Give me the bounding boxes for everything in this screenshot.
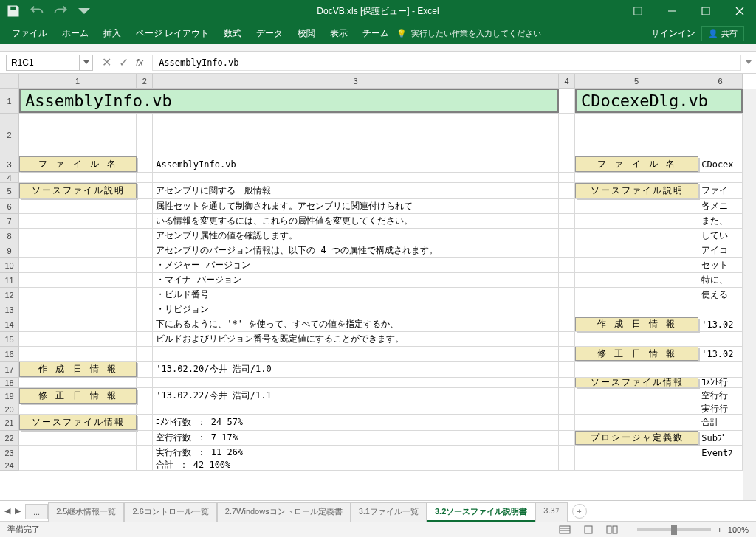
label-srcinfo[interactable]: ソースファイル情報 [19,415,137,430]
row-header[interactable]: 4 [0,173,19,183]
save-icon[interactable] [6,4,21,18]
row-header[interactable]: 7 [0,214,19,229]
tab-formulas[interactable]: 数式 [216,22,249,44]
label-filename-r[interactable]: フ ァ イ ル 名 [575,156,698,172]
view-normal-icon[interactable] [556,523,574,536]
svg-rect-5 [560,526,570,533]
row-header[interactable]: 21 [0,415,19,431]
tab-team[interactable]: チーム [355,22,396,44]
select-all-corner[interactable] [0,74,19,89]
formula-bar: R1C1 ✕ ✓ fx AssemblyInfo.vb [0,52,756,74]
fx-icon[interactable]: fx [136,57,143,68]
row-header[interactable]: 9 [0,243,19,258]
cancel-icon[interactable]: ✕ [102,55,111,69]
column-header[interactable]: 6 [698,74,743,89]
lightbulb-icon: 💡 [396,29,407,38]
signin-link[interactable]: サインイン [651,27,695,40]
row-header[interactable]: 5 [0,183,19,199]
tab-pagelayout[interactable]: ページ レイアウト [128,22,216,44]
row-header[interactable]: 14 [0,317,19,332]
row-header[interactable]: 13 [0,302,19,317]
enter-icon[interactable]: ✓ [119,55,128,69]
row-header[interactable]: 20 [0,404,19,415]
row-header[interactable]: 16 [0,347,19,362]
cell-grid[interactable]: AssemblyInfo.vbCDocexeDlg.vbフ ァ イ ル 名Ass… [19,89,743,500]
redo-icon[interactable] [53,4,68,18]
formula-input[interactable]: AssemblyInfo.vb [152,55,741,71]
row-header[interactable]: 6 [0,199,19,214]
titlebar: DocVB.xls [保護ビュー] - Excel [0,0,756,22]
close-button[interactable] [724,0,756,22]
zoom-out-button[interactable]: − [627,525,631,534]
column-header[interactable]: 5 [575,74,698,89]
minimize-button[interactable] [656,0,688,22]
qat-dropdown-icon[interactable] [77,4,92,18]
name-box[interactable]: R1C1 [6,55,80,71]
label-src-desc[interactable]: ソースファイル説明 [19,183,137,198]
row-header[interactable]: 1 [0,89,19,114]
label-modified[interactable]: 修 正 日 情 報 [19,388,137,404]
ribbon-display-icon[interactable] [622,0,654,22]
tab-nav-next[interactable]: ▶ [15,506,21,516]
tell-me-search[interactable]: 💡 実行したい作業を入力してください [396,28,541,39]
add-sheet-button[interactable]: + [572,504,587,519]
sheet-tab[interactable]: 2.5継承情報一覧 [48,502,124,522]
svg-rect-10 [613,526,617,533]
share-icon: 👤 [708,29,718,38]
row-header[interactable]: 24 [0,460,19,471]
tab-nav: ◀ ▶ [0,506,25,516]
sheet-tab[interactable]: 3.3ﾌ [535,502,567,522]
tab-insert[interactable]: 挿入 [96,22,128,44]
label-src-desc-r[interactable]: ソースファイル説明 [575,183,698,198]
share-button[interactable]: 👤 共有 [701,26,744,41]
undo-icon[interactable] [30,4,44,18]
row-header[interactable]: 8 [0,229,19,243]
row-header[interactable]: 11 [0,273,19,288]
svg-rect-9 [607,526,611,533]
name-box-dropdown[interactable] [80,55,93,71]
formula-expand[interactable] [741,60,756,65]
zoom-slider[interactable] [637,528,711,531]
label-created[interactable]: 作 成 日 情 報 [19,362,137,377]
zoom-level[interactable]: 100% [728,525,749,534]
row-header[interactable]: 2 [0,114,19,156]
label-modified-r[interactable]: 修 正 日 情 報 [575,347,698,361]
row-header[interactable]: 10 [0,258,19,273]
sheet-tab[interactable]: 2.6コントロール一覧 [124,502,216,522]
column-header[interactable]: 4 [559,74,575,89]
sheet-tab-ellipsis[interactable]: ... [25,504,48,519]
row-header[interactable]: 19 [0,388,19,404]
label-proc-r[interactable]: プロシージャ定義数 [575,431,698,445]
view-pagelayout-icon[interactable] [580,523,597,536]
tab-home[interactable]: ホーム [55,22,96,44]
row-header[interactable]: 23 [0,446,19,460]
sheet-tab[interactable]: 2.7Windowsコントロール定義書 [217,502,351,522]
row-header[interactable]: 22 [0,431,19,446]
vertical-scrollbar[interactable] [743,89,756,500]
value-filename[interactable]: AssemblyInfo.vb [153,156,559,172]
maximize-button[interactable] [690,0,722,22]
row-header[interactable]: 12 [0,288,19,302]
tab-file[interactable]: ファイル [4,22,55,44]
row-header[interactable]: 3 [0,156,19,173]
view-pagebreak-icon[interactable] [603,523,621,536]
doc-title-left[interactable]: AssemblyInfo.vb [19,89,559,113]
sheet-tab[interactable]: 3.2ソースファイル説明書 [427,502,535,522]
label-filename[interactable]: フ ァ イ ル 名 [19,156,137,172]
window-title: DocVB.xls [保護ビュー] - Excel [317,5,439,18]
label-srcinfo-r[interactable]: ソースファイル情報 [575,378,698,387]
doc-title-right[interactable]: CDocexeDlg.vb [575,89,743,113]
tab-data[interactable]: データ [249,22,290,44]
column-header[interactable]: 1 [19,74,137,89]
tab-nav-prev[interactable]: ◀ [4,506,10,516]
column-header[interactable]: 3 [153,74,559,89]
sheet-tab[interactable]: 3.1ファイル一覧 [351,502,427,522]
row-header[interactable]: 15 [0,332,19,347]
tab-view[interactable]: 表示 [323,22,355,44]
zoom-in-button[interactable]: + [717,525,721,534]
row-header[interactable]: 18 [0,378,19,388]
column-header[interactable]: 2 [137,74,153,89]
row-header[interactable]: 17 [0,362,19,378]
label-created-r[interactable]: 作 成 日 情 報 [575,317,698,331]
tab-review[interactable]: 校閲 [290,22,323,44]
